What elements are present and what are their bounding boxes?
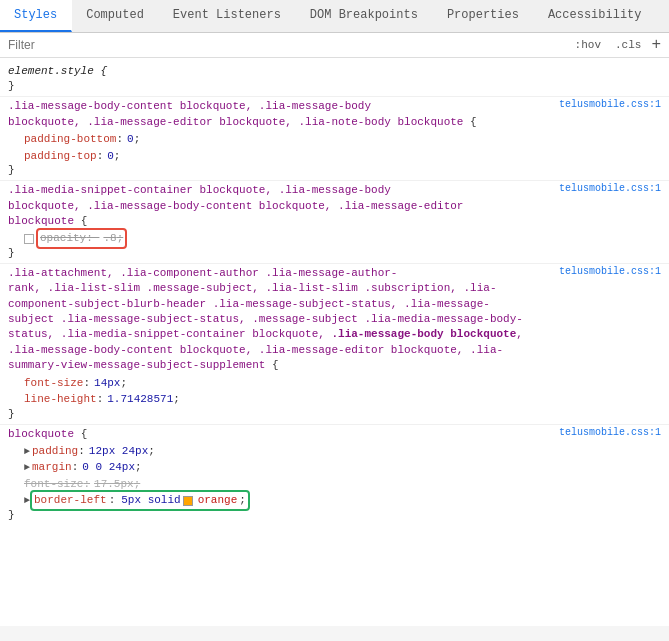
selector-line-3: .lia-media-snippet-container blockquote,… [8,183,661,229]
prop-value: 0 [127,131,134,148]
prop-value: 17.5px [94,476,134,493]
color-swatch-orange[interactable] [183,496,193,506]
expand-triangle-padding[interactable]: ► [24,444,30,459]
source-link-5[interactable]: telusmobile.css:1 [559,427,661,438]
prop-value: 0 [107,148,114,165]
closing-brace: } [8,247,661,259]
selector-line-2: .lia-message-body-content blockquote, .l… [8,99,661,130]
closing-brace: } [8,509,661,521]
tab-accessibility-label: Accessibility [548,8,642,22]
styles-panel: element.style { } .lia-message-body-cont… [0,58,669,626]
prop-name: padding [32,443,78,460]
cls-button[interactable]: .cls [611,37,645,53]
tab-styles-label: Styles [14,8,57,22]
prop-value: 12px 24px [89,443,148,460]
closing-brace: } [8,80,661,92]
filter-bar: :hov .cls + [0,33,669,58]
hov-button[interactable]: :hov [571,37,605,53]
rule-lia-attachment: .lia-attachment, .lia-component-author .… [0,264,669,425]
prop-name: padding-top [24,148,97,165]
source-link-2[interactable]: telusmobile.css:1 [559,99,661,110]
filter-controls: :hov .cls + [571,37,661,53]
selector-text-4: .lia-attachment, .lia-component-author .… [8,266,551,374]
prop-name: opacity [40,232,86,244]
selector-line-5: blockquote { telusmobile.css:1 [8,427,661,442]
closing-brace: } [8,408,661,420]
prop-line-height: line-height: 1.71428571; [8,391,661,408]
prop-value: 14px [94,375,120,392]
prop-name-border: border-left [34,492,107,509]
prop-value: .8 [103,232,116,244]
prop-name: font-size [24,476,83,493]
selector-text: element.style { [8,64,661,79]
add-rule-button[interactable]: + [651,37,661,53]
selector-line-4: .lia-attachment, .lia-component-author .… [8,266,661,374]
prop-name: line-height [24,391,97,408]
prop-name: margin [32,459,72,476]
selector-text-5: blockquote { [8,427,551,442]
opacity-checkbox[interactable] [24,234,34,244]
tab-accessibility[interactable]: Accessibility [534,0,657,32]
tab-computed[interactable]: Computed [72,0,159,32]
tab-event-listeners-label: Event Listeners [173,8,281,22]
selector-text-3: .lia-media-snippet-container blockquote,… [8,183,551,229]
tab-dom-breakpoints[interactable]: DOM Breakpoints [296,0,433,32]
prop-padding-bottom: padding-bottom: 0; [8,131,661,148]
tab-computed-label: Computed [86,8,144,22]
tab-properties[interactable]: Properties [433,0,534,32]
rule-blockquote: blockquote { telusmobile.css:1 ► padding… [0,425,669,525]
prop-name: font-size [24,375,83,392]
prop-value: 0 0 24px [82,459,135,476]
prop-margin: ► margin: 0 0 24px; [8,459,661,476]
prop-border-left: ► border-left: 5px solid orange; [8,492,661,509]
tab-bar: Styles Computed Event Listeners DOM Brea… [0,0,669,33]
expand-triangle-margin[interactable]: ► [24,460,30,475]
rule-lia-blockquote-1: .lia-message-body-content blockquote, .l… [0,97,669,181]
prop-padding-top: padding-top: 0; [8,148,661,165]
rule-element-style: element.style { } [0,62,669,97]
tab-styles[interactable]: Styles [0,0,72,32]
prop-opacity: opacity: .8; [8,230,661,247]
source-link-4[interactable]: telusmobile.css:1 [559,266,661,277]
expand-triangle-border[interactable]: ► [24,493,30,508]
source-link-3[interactable]: telusmobile.css:1 [559,183,661,194]
prop-value: 1.71428571 [107,391,173,408]
prop-value-border-size: 5px solid [121,492,180,509]
selector-line: element.style { [8,64,661,79]
filter-input[interactable] [8,38,571,52]
prop-name: padding-bottom [24,131,116,148]
rule-lia-media-snippet: .lia-media-snippet-container blockquote,… [0,181,669,264]
selector-text-2: .lia-message-body-content blockquote, .l… [8,99,551,130]
tab-event-listeners[interactable]: Event Listeners [159,0,296,32]
tab-properties-label: Properties [447,8,519,22]
prop-value-border-color: orange [198,492,238,509]
tab-dom-breakpoints-label: DOM Breakpoints [310,8,418,22]
prop-font-size: font-size: 14px; [8,375,661,392]
closing-brace: } [8,164,661,176]
prop-padding: ► padding: 12px 24px; [8,443,661,460]
prop-font-size-blockquote: font-size: 17.5px; [8,476,661,493]
